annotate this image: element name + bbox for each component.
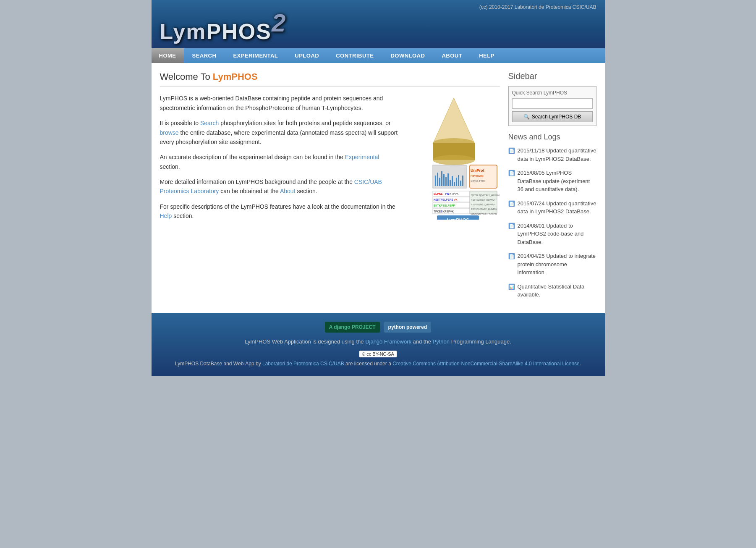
news-text-1: 2015/11/18 Updated quantitative data in … [518, 147, 596, 163]
svg-text:TPKE: TPKE [434, 210, 441, 213]
logo-two: 2 [272, 9, 286, 37]
lymphos-diagram: UniProt Reviewed Swiss-Prot ELPKEPSKTPVK… [408, 94, 500, 220]
svg-text:Q2T9L2|Q2T9L2_HUMAN: Q2T9L2|Q2T9L2_HUMAN [471, 194, 500, 197]
sidebar-title: Sidebar [508, 71, 596, 81]
svg-rect-15 [456, 178, 457, 186]
svg-text:PS: PS [445, 192, 449, 195]
site-footer: A django PROJECT python powered LymPHOS … [152, 313, 605, 376]
svg-text:Reviewed: Reviewed [471, 174, 484, 177]
cc-license-link[interactable]: Creative Commons Attribution-NonCommerci… [392, 361, 580, 367]
cc-label: cc BY-NC-SA [366, 351, 394, 357]
news-icon-4: 📄 [508, 223, 515, 229]
python-label: python powered [388, 324, 427, 330]
nav-download[interactable]: DOWNLOAD [382, 48, 433, 63]
quick-search-box: Quick Search LymPHOS 🔍 Search LymPHOS DB [508, 86, 596, 126]
search-input[interactable] [512, 98, 593, 109]
search-db-button[interactable]: 🔍 Search LymPHOS DB [512, 111, 593, 122]
svg-text:KPEPVK: KPEPVK [443, 210, 454, 213]
python-logo: python powered [384, 322, 432, 333]
welcome-highlight: LymPHOS [213, 71, 258, 82]
lab-link[interactable]: Laboratori de Proteomica CSIC/UAB [262, 361, 344, 367]
footer-logos: A django PROJECT python powered [160, 322, 596, 333]
svg-rect-17 [460, 181, 461, 186]
svg-text:📄: 📄 [509, 170, 515, 176]
cc-badge: © cc BY-NC-SA [160, 351, 596, 360]
news-item-3: 📄 2015/07/24 Updated quantitative data i… [508, 199, 596, 216]
news-icon-3: 📄 [508, 200, 515, 207]
svg-text:KEKTPELPEPS: KEKTPELPEPS [434, 198, 453, 201]
footer-license: LymPHOS DataBase and Web-App by Laborato… [160, 360, 596, 368]
news-item-4: 📄 2014/08/01 Updated to LymPHOS2 code-ba… [508, 222, 596, 246]
news-text-2: 2015/08/05 LymPHOS DataBase update (expe… [518, 169, 596, 194]
svg-rect-11 [447, 173, 449, 186]
svg-text:UniProt: UniProt [471, 168, 484, 173]
news-item-5: 📄 2014/04/25 Updated to integrate protei… [508, 252, 596, 277]
svg-text:📄: 📄 [509, 254, 515, 259]
quick-search-label: Quick Search LymPHOS [512, 90, 593, 96]
svg-rect-12 [450, 180, 451, 186]
help-link[interactable]: Help [160, 212, 172, 219]
nav-upload[interactable]: UPLOAD [286, 48, 327, 63]
divider [160, 87, 500, 87]
svg-rect-7 [439, 178, 440, 186]
svg-rect-16 [458, 175, 459, 186]
site-logo: LymPHOS2 [160, 4, 287, 48]
django-label: A django PROJECT [329, 324, 376, 330]
welcome-title: Welcome To LymPHOS [160, 71, 500, 82]
news-item-1: 📄 2015/11/18 Updated quantitative data i… [508, 147, 596, 163]
logo-phos: PHOS [207, 19, 272, 44]
site-header: (cc) 2010-2017 Laboratori de Proteomica … [152, 0, 605, 48]
news-title: News and Logs [508, 133, 596, 142]
svg-text:EKTKPSELPEPP: EKTKPSELPEPP [434, 204, 455, 207]
browse-link[interactable]: browse [160, 129, 179, 136]
svg-text:F16402|H10_HUMAN: F16402|H10_HUMAN [471, 199, 495, 201]
nav-contribute[interactable]: CONTRIBUTE [327, 48, 382, 63]
svg-text:📄: 📄 [509, 223, 515, 229]
news-icon-2: 📄 [508, 170, 515, 176]
svg-rect-9 [443, 174, 445, 186]
svg-rect-13 [452, 176, 453, 186]
news-text-4: 2014/08/01 Updated to LymPHOS2 code-base… [518, 222, 596, 246]
nav-home[interactable]: HOME [152, 48, 184, 63]
svg-rect-18 [462, 176, 463, 186]
svg-text:VK: VK [454, 198, 458, 201]
django-framework-link[interactable]: Django Framework [365, 338, 411, 345]
navigation: HOME SEARCH EXPERIMENTAL UPLOAD CONTRIBU… [152, 48, 605, 63]
nav-about[interactable]: ABOUT [433, 48, 471, 63]
news-icon-5: 📄 [508, 253, 515, 260]
svg-point-3 [433, 155, 475, 165]
content-area: Welcome To LymPHOS [160, 71, 500, 305]
news-text-6: Quantitative Statistical Data available. [518, 283, 596, 299]
search-icon: 🔍 [523, 114, 530, 120]
sidebar: Sidebar Quick Search LymPHOS 🔍 Search Ly… [508, 71, 596, 305]
python-link[interactable]: Python [433, 338, 450, 345]
django-logo: A django PROJECT [325, 322, 380, 333]
svg-rect-10 [445, 177, 447, 186]
svg-text:📄: 📄 [509, 201, 515, 207]
svg-text:F16420|H12_HUMAN: F16420|H12_HUMAN [471, 203, 495, 206]
svg-text:📄: 📄 [509, 148, 515, 154]
experimental-link[interactable]: Experimental [345, 154, 379, 160]
logo-lym: Lym [160, 19, 207, 44]
svg-text:LymPHOS: LymPHOS [447, 218, 469, 220]
nav-experimental[interactable]: EXPERIMENTAL [225, 48, 286, 63]
about-link[interactable]: About [280, 188, 296, 194]
svg-text:ELPKE: ELPKE [434, 192, 443, 195]
lymphos-image-container: UniProt Reviewed Swiss-Prot ELPKEPSKTPVK… [408, 94, 500, 221]
main-content: Welcome To LymPHOS [152, 63, 605, 313]
news-text-5: 2014/04/25 Updated to integrate protein … [518, 252, 596, 277]
nav-search[interactable]: SEARCH [184, 48, 225, 63]
news-icon-6: 📊 [508, 283, 515, 290]
svg-rect-8 [441, 171, 442, 186]
csicuab-link[interactable]: CSIC/UAB Proteomics Laboratory [160, 178, 382, 194]
news-item-2: 📄 2015/08/05 LymPHOS DataBase update (ex… [508, 169, 596, 194]
svg-text:KTPVK: KTPVK [450, 192, 459, 195]
search-link[interactable]: Search [200, 120, 219, 126]
nav-help[interactable]: HELP [471, 48, 503, 63]
svg-text:📊: 📊 [509, 284, 515, 290]
svg-text:Swiss-Prot: Swiss-Prot [471, 179, 485, 182]
copyright-text: (cc) 2010-2017 Laboratori de Proteomica … [479, 4, 596, 10]
news-text-3: 2015/07/24 Updated quantitative data in … [518, 199, 596, 216]
svg-rect-14 [454, 182, 455, 186]
svg-text:F2636|U2AF2_HUMAN: F2636|U2AF2_HUMAN [471, 208, 497, 210]
